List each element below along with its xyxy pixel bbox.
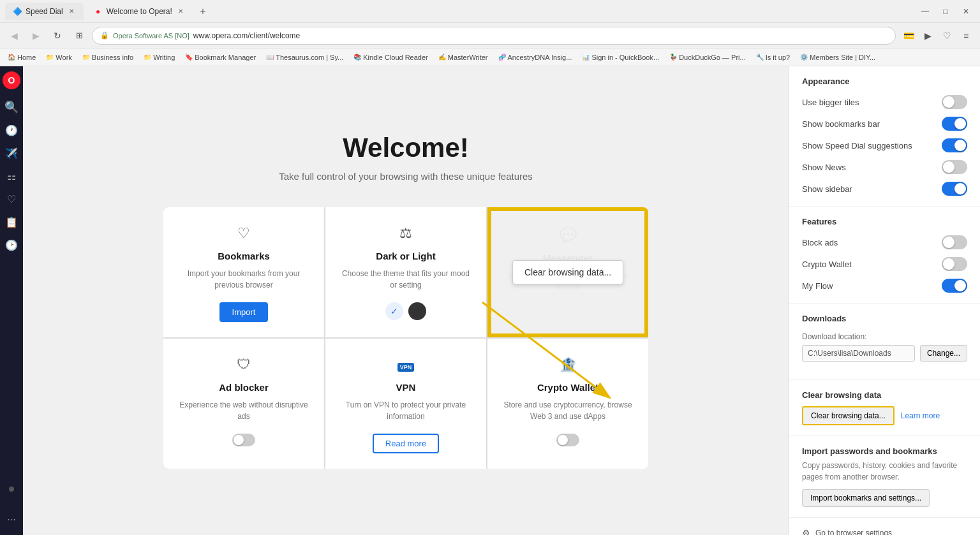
bookmark-business[interactable]: 📁 Business info <box>80 52 136 62</box>
bookmark-quickbook-label: Sign in - QuickBook... <box>591 54 659 61</box>
tab-label-welcome: Welcome to Opera! <box>107 7 172 16</box>
settings-import-title: Import passwords and bookmarks <box>802 446 967 456</box>
bookmark-quickbook[interactable]: 📊 Sign in - QuickBook... <box>579 52 662 62</box>
feature-title-ad-blocker: Ad blocker <box>219 382 269 393</box>
toggle-bookmarks-bar[interactable] <box>942 117 967 131</box>
tab-speed-dial[interactable]: 🔷 Speed Dial ✕ <box>5 3 84 20</box>
bookmark-duckduckgo-icon: 🦆 <box>669 54 677 61</box>
sidebar-icon-search[interactable]: 🔍 <box>1 97 22 117</box>
feature-title-bookmarks: Bookmarks <box>218 251 270 261</box>
settings-import-desc: Copy passwords, history, cookies and fav… <box>802 460 967 483</box>
opera-logo-text: O <box>8 75 15 85</box>
heart-toolbar-icon[interactable]: ♡ <box>938 27 956 45</box>
sidebar-icon-recent[interactable]: 🕐 <box>1 120 22 140</box>
secure-label: Opera Software AS [NO] <box>113 32 189 40</box>
settings-row-bigger-tiles: Use bigger tiles <box>802 95 967 109</box>
window-minimize-button[interactable]: — <box>916 5 934 18</box>
toggle-show-news[interactable] <box>942 160 967 174</box>
feature-icon-dark-light: ⚖ <box>399 225 412 242</box>
back-button[interactable]: ◀ <box>5 27 23 45</box>
bookmark-home[interactable]: 🏠 Home <box>5 52 38 62</box>
address-bar: ◀ ▶ ↻ ⊞ 🔒 Opera Software AS [NO] www.ope… <box>0 23 980 48</box>
bookmark-manager[interactable]: 🔖 Bookmark Manager <box>182 52 258 62</box>
toggle-my-flow[interactable] <box>942 279 967 293</box>
sidebar-icon-flow[interactable]: ✈️ <box>1 143 22 163</box>
clear-browsing-data-button[interactable]: Clear browsing data... <box>802 406 895 425</box>
tab-close-speeddial[interactable]: ✕ <box>67 7 76 16</box>
toggle-speed-dial-suggestions[interactable] <box>942 138 967 152</box>
settings-footer: ⚙ Go to browser settings <box>789 518 980 535</box>
bookmark-isitup-icon: 🔧 <box>756 54 764 61</box>
toggle-crypto-wallet[interactable] <box>942 257 967 271</box>
bookmark-home-label: Home <box>17 54 36 61</box>
read-more-button[interactable]: Read more <box>373 434 439 453</box>
welcome-wrapper: Welcome! Take full control of your brows… <box>23 66 789 535</box>
tab-welcome[interactable]: ● Welcome to Opera! ✕ <box>86 3 193 20</box>
ad-blocker-toggle[interactable] <box>232 434 255 446</box>
settings-panel: Appearance Use bigger tiles Show bookmar… <box>789 66 980 535</box>
feature-desc-vpn: Turn on VPN to protect your private info… <box>338 399 473 422</box>
bookmark-writing[interactable]: 📁 Writing <box>141 52 177 62</box>
theme-dark-option[interactable] <box>408 302 426 320</box>
feature-icon-ad-blocker: 🛡 <box>237 356 251 373</box>
bookmark-members-label: Members Site | DIY... <box>810 54 875 61</box>
welcome-page: Welcome! Take full control of your brows… <box>23 107 789 494</box>
settings-label-speed-dial-suggestions: Show Speed Dial suggestions <box>802 141 912 150</box>
home-button[interactable]: ⊞ <box>70 27 88 45</box>
toggle-bigger-tiles[interactable] <box>942 95 967 109</box>
bookmark-isitup[interactable]: 🔧 Is it up? <box>754 52 793 62</box>
sidebar-icon-more[interactable]: ··· <box>1 509 22 530</box>
import-bookmarks-button[interactable]: Import bookmarks and settings... <box>802 489 930 507</box>
sidebar-icon-apps[interactable]: ⚏ <box>1 166 22 186</box>
toggle-show-sidebar[interactable] <box>942 182 967 196</box>
tab-label-speeddial: Speed Dial <box>26 7 63 16</box>
feature-desc-ad-blocker: Experience the web without disruptive ad… <box>176 399 311 422</box>
bookmark-masterwriter[interactable]: ✍️ MasterWriter <box>436 52 491 62</box>
change-location-button[interactable]: Change... <box>920 345 967 362</box>
tab-bar: 🔷 Speed Dial ✕ ● Welcome to Opera! ✕ + <box>5 3 916 20</box>
settings-clear-browsing-section: Clear browsing data Clear browsing data.… <box>789 380 980 436</box>
bookmark-kindle[interactable]: 📚 Kindle Cloud Reader <box>351 52 431 62</box>
url-bar[interactable]: 🔒 Opera Software AS [NO] www.opera.com/c… <box>92 27 896 45</box>
wallet-toolbar-icon[interactable]: 💳 <box>900 27 917 45</box>
bookmark-work[interactable]: 📁 Work <box>43 52 74 62</box>
download-location-input[interactable] <box>802 345 915 362</box>
settings-row-crypto-wallet: Crypto Wallet <box>802 257 967 271</box>
new-tab-button[interactable]: + <box>195 4 211 19</box>
tab-close-welcome[interactable]: ✕ <box>176 7 185 16</box>
bookmark-members[interactable]: ⚙️ Members Site | DIY... <box>798 52 878 62</box>
sidebar-icon-wallet[interactable]: 📋 <box>1 212 22 232</box>
import-button[interactable]: Import <box>219 302 269 322</box>
toolbar-icons: 💳 ▶ ♡ ≡ <box>900 27 975 45</box>
sidebar-icon-favorites[interactable]: ♡ <box>1 189 22 209</box>
reload-button[interactable]: ↻ <box>48 27 66 45</box>
play-toolbar-icon[interactable]: ▶ <box>919 27 937 45</box>
feature-action-vpn: Read more <box>373 434 439 453</box>
settings-row-show-news: Show News <box>802 160 967 174</box>
go-to-browser-settings-button[interactable]: ⚙ Go to browser settings <box>802 528 967 535</box>
vpn-badge: VPN <box>397 363 415 372</box>
settings-row-my-flow: My Flow <box>802 279 967 293</box>
feature-desc-bookmarks: Import your bookmarks from your previous… <box>176 268 311 291</box>
feature-card-vpn: VPN VPN Turn on VPN to protect your priv… <box>325 339 486 469</box>
toggle-block-ads[interactable] <box>942 235 967 249</box>
feature-action-crypto-wallet <box>556 434 579 446</box>
bookmark-duckduckgo[interactable]: 🦆 DuckDuckGo — Pri... <box>667 52 748 62</box>
learn-more-link[interactable]: Learn more <box>901 411 940 420</box>
opera-logo-container[interactable]: O <box>3 71 20 89</box>
browser-frame: 🔷 Speed Dial ✕ ● Welcome to Opera! ✕ + —… <box>0 0 980 535</box>
bookmark-thesaurus[interactable]: 📖 Thesaurus.com | Sy... <box>264 52 346 62</box>
menu-toolbar-icon[interactable]: ≡ <box>957 27 975 45</box>
theme-light-option[interactable]: ✓ <box>385 302 403 320</box>
window-maximize-button[interactable]: □ <box>937 5 954 18</box>
crypto-wallet-toggle[interactable] <box>556 434 579 446</box>
clear-browsing-data-button-main[interactable]: Clear browsing data... <box>512 260 623 284</box>
crypto-wallet-toggle-knob <box>558 435 568 445</box>
window-close-button[interactable]: ✕ <box>957 5 975 18</box>
bookmark-ancestry[interactable]: 🧬 AncestryDNA Insig... <box>496 52 575 62</box>
forward-button[interactable]: ▶ <box>27 27 45 45</box>
toggle-ball-speed-dial-suggestions <box>954 140 966 151</box>
welcome-title: Welcome! <box>343 133 469 163</box>
sidebar-icon-history[interactable]: 🕑 <box>1 235 22 255</box>
opera-logo: O <box>3 71 20 89</box>
